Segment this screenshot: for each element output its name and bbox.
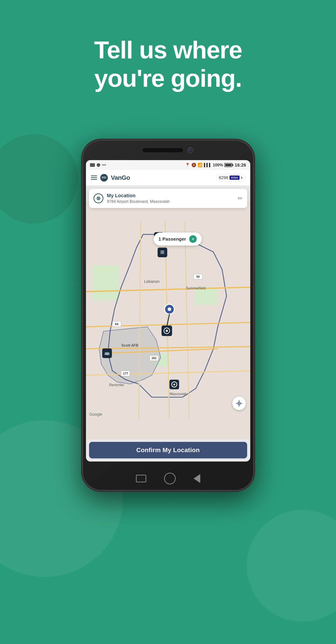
svg-text:161: 161	[151, 356, 157, 360]
svg-text:Lebanon: Lebanon	[144, 279, 160, 284]
location-card[interactable]: My Location 9784 Airport Boulevard, Masc…	[89, 189, 247, 208]
hero-text: Tell us where you're going.	[0, 36, 336, 92]
chevron-right-icon	[241, 176, 243, 179]
location-target-icon	[94, 194, 103, 203]
location-text-group: My Location 9784 Airport Boulevard, Masc…	[107, 193, 170, 204]
location-card-left: My Location 9784 Airport Boulevard, Masc…	[94, 193, 170, 204]
location-ring	[97, 196, 100, 200]
svg-text:🚌: 🚌	[104, 350, 110, 356]
payment-card-badge[interactable]: 8298 VISA	[216, 174, 245, 182]
add-passenger-button[interactable]: +	[189, 235, 197, 243]
passenger-count: 1 Passenger	[159, 236, 186, 242]
phone-shell: ••• 📍 🔕 📶 ▌▌▌ 100% 16:26	[81, 139, 255, 492]
app-header-left: RTD VanGo	[91, 174, 130, 182]
location-icon: 📍	[185, 162, 190, 168]
passenger-bubble[interactable]: 1 Passenger +	[154, 232, 202, 246]
google-watermark: Google	[90, 412, 103, 417]
wifi-icon: 📶	[198, 162, 202, 168]
status-dots: •••	[102, 163, 106, 168]
phone-top-bar	[143, 147, 193, 154]
edit-icon[interactable]: ✏	[238, 195, 243, 202]
phone-camera	[187, 147, 193, 154]
nav-button-home[interactable]	[164, 473, 176, 484]
bg-decoration-circle-2	[247, 510, 336, 622]
svg-text:Summerfield: Summerfield	[186, 286, 205, 290]
status-left: •••	[90, 163, 106, 168]
logo-initials: RTD	[102, 176, 106, 179]
app-logo-badge: RTD	[100, 174, 108, 182]
gps-locate-button[interactable]	[232, 397, 246, 410]
phone-speaker	[143, 148, 183, 152]
signal-bars: ▌▌▌	[204, 163, 211, 167]
status-right: 📍 🔕 📶 ▌▌▌ 100% 16:26	[185, 162, 246, 168]
hero-line-1: Tell us where	[0, 36, 336, 64]
confirm-button-label: Confirm My Location	[136, 446, 200, 454]
battery-fill	[225, 164, 231, 166]
location-dot	[98, 198, 99, 199]
hero-line-2: you're going.	[0, 64, 336, 92]
visa-label: VISA	[229, 176, 239, 180]
svg-text:177: 177	[123, 372, 128, 375]
app-header-right: 8298 VISA	[216, 174, 245, 182]
app-name: VanGo	[111, 174, 130, 181]
svg-text:Scott AFB: Scott AFB	[122, 344, 138, 347]
status-dot	[97, 163, 100, 167]
card-number: 8298	[219, 175, 228, 180]
phone-mockup: ••• 📍 🔕 📶 ▌▌▌ 100% 16:26	[81, 139, 255, 492]
svg-rect-1	[92, 265, 119, 300]
svg-point-40	[173, 384, 175, 385]
app-header: RTD VanGo 8298 VISA	[86, 170, 250, 186]
hamburger-line-1	[91, 176, 97, 176]
nav-button-back[interactable]	[193, 474, 200, 483]
notification-icon	[90, 163, 95, 167]
battery-icon	[224, 163, 232, 167]
nav-button-recents[interactable]	[136, 475, 146, 482]
gps-icon	[236, 400, 243, 407]
phone-screen: ••• 📍 🔕 📶 ▌▌▌ 100% 16:26	[86, 160, 250, 462]
battery-percent: 100%	[213, 163, 223, 168]
map-area[interactable]: 50 64 161 177 Lebanon Summerfield Scott …	[86, 201, 250, 439]
hamburger-line-3	[91, 179, 97, 180]
confirm-location-button[interactable]: Confirm My Location	[89, 442, 247, 458]
status-bar: ••• 📍 🔕 📶 ▌▌▌ 100% 16:26	[86, 160, 250, 170]
location-address: 9784 Airport Boulevard, Mascoutah	[107, 199, 170, 204]
svg-point-37	[166, 330, 168, 332]
mute-icon: 🔕	[191, 162, 196, 168]
svg-text:Mascoutah: Mascoutah	[169, 392, 187, 396]
svg-text:64: 64	[115, 322, 119, 326]
battery-tip	[232, 164, 233, 166]
phone-bottom-nav	[136, 473, 200, 484]
svg-point-33	[168, 308, 171, 311]
hamburger-menu-icon[interactable]	[91, 176, 97, 180]
bg-decoration-circle-3	[0, 134, 78, 224]
plus-icon: +	[191, 236, 195, 242]
svg-point-48	[238, 403, 240, 404]
svg-text:⊞: ⊞	[160, 249, 164, 255]
svg-text:50: 50	[196, 275, 200, 278]
location-title: My Location	[107, 193, 170, 198]
hamburger-line-2	[91, 177, 97, 178]
svg-text:Rentchler: Rentchler	[109, 383, 124, 387]
status-time: 16:26	[235, 162, 246, 168]
